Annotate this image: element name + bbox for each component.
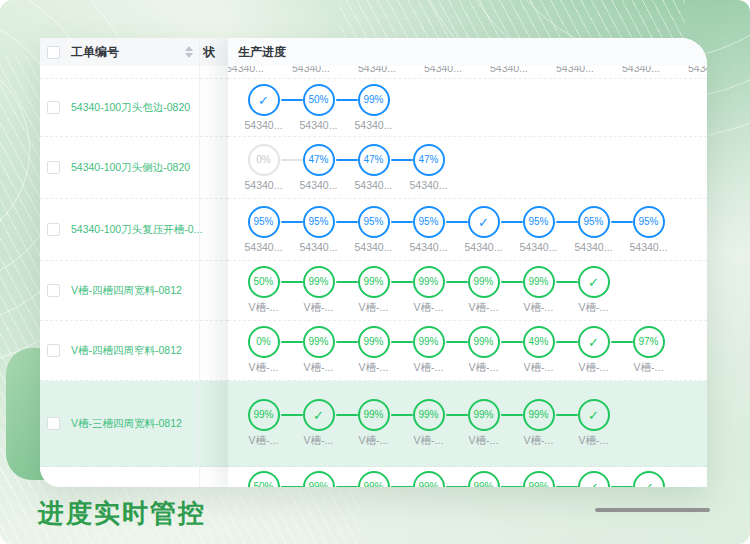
decorative-dash xyxy=(595,508,710,512)
process-step: 99%V槽-... xyxy=(291,266,346,315)
process-step: 99%V槽-... xyxy=(346,399,401,448)
progress-step-done-check-icon[interactable]: ✓ xyxy=(303,399,335,431)
process-name-label: V槽-... xyxy=(414,361,444,375)
clipped-process-label: 54340... xyxy=(608,66,674,78)
progress-step-circle[interactable]: 47% xyxy=(358,144,390,176)
order-number-link[interactable]: 54340-100刀头复压开槽-0... xyxy=(71,223,202,237)
process-step: 95%54340... xyxy=(291,206,346,253)
process-name-label: V槽-... xyxy=(414,434,444,448)
order-number-link[interactable]: 54340-100刀头包边-0820 xyxy=(71,101,190,115)
process-name-label: V槽-... xyxy=(579,361,609,375)
progress-step-circle[interactable]: 99% xyxy=(358,471,390,487)
progress-step-done-check-icon[interactable]: ✓ xyxy=(578,326,610,358)
progress-step-circle[interactable]: 99% xyxy=(358,326,390,358)
progress-step-circle[interactable]: 95% xyxy=(523,206,555,238)
progress-step-circle[interactable]: 99% xyxy=(303,471,335,487)
process-step: 47%54340... xyxy=(291,144,346,191)
process-step: 49%V槽-... xyxy=(511,326,566,375)
progress-step-done-check-icon[interactable]: ✓ xyxy=(248,84,280,116)
progress-step-circle[interactable]: 47% xyxy=(413,144,445,176)
progress-row: ✓54340...50%54340...99%54340... xyxy=(228,79,707,137)
progress-step-done-check-icon[interactable]: ✓ xyxy=(468,206,500,238)
progress-step-done-check-icon[interactable]: ✓ xyxy=(633,471,665,487)
process-name-label: V槽-... xyxy=(469,361,499,375)
progress-step-circle[interactable]: 50% xyxy=(303,84,335,116)
process-step: 99%V槽-... xyxy=(401,471,456,487)
progress-step-circle[interactable]: 99% xyxy=(413,326,445,358)
order-number-link[interactable]: 54340-100刀头侧边-0820 xyxy=(71,161,190,175)
process-step: 95%54340... xyxy=(401,206,456,253)
clipped-row-labels: 54340...54340...54340...54340...54340...… xyxy=(228,66,707,79)
progress-step-circle[interactable]: 99% xyxy=(303,266,335,298)
progress-step-circle[interactable]: 99% xyxy=(468,471,500,487)
process-step: 99%V槽-... xyxy=(346,326,401,375)
process-step: 99%V槽-... xyxy=(346,266,401,315)
order-number-link[interactable]: V槽-四槽四周窄料-0812 xyxy=(71,344,182,358)
process-step: 99%54340... xyxy=(346,84,401,131)
row-checkbox[interactable] xyxy=(47,161,60,174)
process-step: 99%V槽-... xyxy=(456,399,511,448)
process-name-label: 54340... xyxy=(355,241,393,253)
progress-step-circle[interactable]: 95% xyxy=(413,206,445,238)
order-column: 工单编号 状 54340-100刀头包边-082054340-100刀头侧边-0… xyxy=(40,38,228,487)
process-step: ✓V槽-... xyxy=(566,471,621,487)
progress-step-circle[interactable]: 95% xyxy=(358,206,390,238)
progress-step-done-check-icon[interactable]: ✓ xyxy=(578,399,610,431)
row-checkbox[interactable] xyxy=(47,284,60,297)
partial-column-header: 状 xyxy=(203,44,215,61)
progress-step-circle[interactable]: 99% xyxy=(468,399,500,431)
progress-step-circle[interactable]: 99% xyxy=(303,326,335,358)
process-name-label: 54340... xyxy=(520,241,558,253)
sort-icon[interactable] xyxy=(185,46,193,58)
table-header-progress: 生产进度 xyxy=(228,38,707,66)
clipped-process-label: 54340... xyxy=(228,66,278,78)
progress-step-circle[interactable]: 47% xyxy=(303,144,335,176)
process-step: 47%54340... xyxy=(401,144,456,191)
select-all-checkbox[interactable] xyxy=(47,46,60,59)
process-name-label: V槽-... xyxy=(304,361,334,375)
progress-step-circle[interactable]: 99% xyxy=(413,266,445,298)
progress-step-circle[interactable]: 95% xyxy=(578,206,610,238)
progress-step-done-check-icon[interactable]: ✓ xyxy=(578,266,610,298)
progress-step-done-check-icon[interactable]: ✓ xyxy=(578,471,610,487)
progress-step-circle[interactable]: 95% xyxy=(248,206,280,238)
progress-step-circle[interactable]: 99% xyxy=(358,399,390,431)
progress-step-circle[interactable]: 99% xyxy=(358,84,390,116)
progress-step-circle[interactable]: 50% xyxy=(248,471,280,487)
progress-step-circle[interactable]: 99% xyxy=(523,266,555,298)
progress-step-circle[interactable]: 99% xyxy=(413,399,445,431)
progress-step-circle[interactable]: 95% xyxy=(633,206,665,238)
progress-step-circle[interactable]: 0% xyxy=(248,326,280,358)
progress-step-circle[interactable]: 99% xyxy=(358,266,390,298)
decorative-arc xyxy=(0,50,30,250)
process-name-label: 54340... xyxy=(245,179,283,191)
row-checkbox[interactable] xyxy=(47,344,60,357)
progress-step-circle[interactable]: 97% xyxy=(633,326,665,358)
progress-step-circle[interactable]: 99% xyxy=(248,399,280,431)
process-name-label: V槽-... xyxy=(359,361,389,375)
process-step: 50%V槽-... xyxy=(236,266,291,315)
order-number-link[interactable]: V槽-三槽四周宽料-0812 xyxy=(71,417,182,431)
row-checkbox[interactable] xyxy=(47,101,60,114)
process-step: 99%V槽-... xyxy=(511,266,566,315)
process-step: 99%V槽-... xyxy=(511,399,566,448)
progress-step-circle[interactable]: 99% xyxy=(523,471,555,487)
progress-step-circle[interactable]: 99% xyxy=(413,471,445,487)
column-divider xyxy=(199,38,200,487)
process-step: 99%V槽-... xyxy=(291,471,346,487)
progress-step-circle[interactable]: 99% xyxy=(468,326,500,358)
progress-step-circle[interactable]: 99% xyxy=(468,266,500,298)
row-checkbox[interactable] xyxy=(47,223,60,236)
process-name-label: V槽-... xyxy=(359,434,389,448)
progress-step-circle[interactable]: 49% xyxy=(523,326,555,358)
progress-step-circle[interactable]: 50% xyxy=(248,266,280,298)
progress-panel: 生产进度 54340...54340...54340...54340...543… xyxy=(228,38,707,487)
order-number-link[interactable]: V槽-四槽四周宽料-0812 xyxy=(71,284,182,298)
process-step: ✓V槽-... xyxy=(291,399,346,448)
progress-step-circle[interactable]: 99% xyxy=(523,399,555,431)
row-checkbox[interactable] xyxy=(47,417,60,430)
process-name-label: V槽-... xyxy=(304,434,334,448)
progress-step-circle[interactable]: 0% xyxy=(248,144,280,176)
progress-step-circle[interactable]: 95% xyxy=(303,206,335,238)
clipped-process-label: 54340... xyxy=(344,66,410,78)
